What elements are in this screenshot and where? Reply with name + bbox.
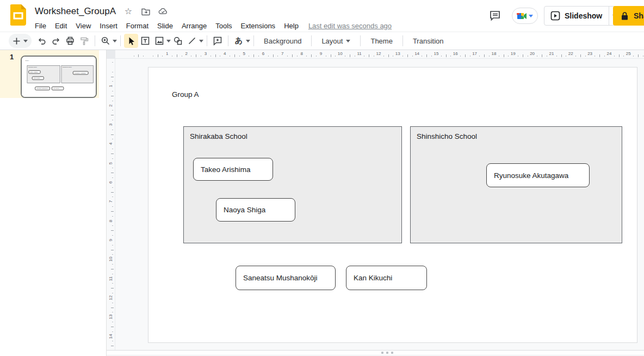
slide-page[interactable]: Group A Shirakaba School Shinshicho Scho… <box>22 57 96 97</box>
plus-icon <box>13 37 21 45</box>
slide-number: 1 <box>10 53 14 61</box>
menu-arrange[interactable]: Arrange <box>177 21 211 31</box>
app-header: Worksheet_GroupA ☆ File Edit View Insert… <box>0 0 644 32</box>
share-button[interactable]: Share <box>613 6 644 26</box>
zoom-icon <box>101 36 110 46</box>
insert-shape-button[interactable] <box>171 34 185 48</box>
redo-button[interactable] <box>49 34 63 48</box>
menu-help[interactable]: Help <box>280 21 303 31</box>
group-box-label: Shirakaba School <box>28 66 37 67</box>
horizontal-ruler: 1234567891011121314151617181920212223242… <box>107 50 644 59</box>
group-box-shirakaba[interactable]: Shirakaba School <box>27 65 60 83</box>
toolbar: あ Background Layout Theme Transition <box>0 32 644 50</box>
notes-resize-handle[interactable] <box>381 352 393 354</box>
menu-file[interactable]: File <box>30 21 51 31</box>
slide-canvas: 1234567891011121314151617181920212223242… <box>107 50 644 356</box>
undo-button[interactable] <box>35 34 49 48</box>
zoom-caret-icon[interactable] <box>113 40 117 42</box>
comment-history-icon[interactable] <box>489 10 501 22</box>
star-icon[interactable]: ☆ <box>123 7 133 16</box>
group-box-label: Shinshicho School <box>417 132 477 140</box>
member-box-ryunosuke-akutagawa[interactable]: Ryunosuke Akutagawa <box>486 163 590 187</box>
input-tools-caret-icon[interactable] <box>246 40 250 42</box>
member-box-takeo-arishima[interactable]: Takeo Arishima <box>193 158 273 181</box>
slides-logo[interactable] <box>10 4 26 26</box>
layout-button[interactable]: Layout <box>315 37 357 45</box>
member-box-kan-kikuchi[interactable]: Kan Kikuchi <box>346 266 427 290</box>
input-tools-button[interactable]: あ <box>232 34 250 48</box>
meet-button[interactable] <box>512 8 538 24</box>
member-box-naoya-shiga[interactable]: Naoya Shiga <box>32 76 44 79</box>
text-box-icon <box>140 36 150 46</box>
menu-format[interactable]: Format <box>122 21 153 31</box>
slideshow-button[interactable]: Slideshow <box>544 6 621 26</box>
menu-extensions[interactable]: Extensions <box>237 21 280 31</box>
insert-image-button[interactable] <box>152 34 171 48</box>
member-box-saneatsu-mushanokoji[interactable]: Saneatsu Mushanokōji <box>35 87 50 90</box>
cursor-icon <box>127 36 135 46</box>
share-label: Share <box>634 11 644 20</box>
slide-filmstrip: 1 Group A Shirakaba School Shinshicho Sc… <box>0 50 107 356</box>
slide-thumbnail-clip: Group A Shirakaba School Shinshicho Scho… <box>22 57 96 97</box>
menu-slide[interactable]: Slide <box>153 21 177 31</box>
add-comment-icon <box>213 36 222 46</box>
menu-edit[interactable]: Edit <box>51 21 71 31</box>
group-box-label: Shirakaba School <box>190 132 247 140</box>
vertical-ruler: 1234567891011121314 <box>107 50 115 350</box>
slide-title-text[interactable]: Group A <box>172 90 199 99</box>
paint-format-button[interactable] <box>77 34 91 48</box>
document-title[interactable]: Worksheet_GroupA <box>35 6 116 17</box>
move-folder-icon[interactable] <box>141 7 151 16</box>
member-box-ryunosuke-akutagawa[interactable]: Ryunosuke Akutagawa <box>73 71 89 75</box>
member-box-naoya-shiga[interactable]: Naoya Shiga <box>216 198 295 222</box>
layout-caret-icon <box>346 40 350 42</box>
insert-comment-button[interactable] <box>210 34 225 48</box>
cloud-saved-icon[interactable] <box>158 7 168 16</box>
group-box-shirakaba[interactable]: Shirakaba School <box>183 126 402 243</box>
transition-button[interactable]: Transition <box>406 37 450 45</box>
meet-camera-icon <box>517 11 528 21</box>
line-icon <box>187 36 197 46</box>
slide-page[interactable]: Group A Shirakaba School Shinshicho Scho… <box>148 67 637 343</box>
theme-button[interactable]: Theme <box>364 37 399 45</box>
lock-icon <box>621 11 629 21</box>
insert-line-button[interactable] <box>185 34 203 48</box>
group-box-label: Shinshicho School <box>63 66 72 67</box>
notes-splitter <box>107 350 644 355</box>
present-icon <box>550 11 560 21</box>
member-box-saneatsu-mushanokoji[interactable]: Saneatsu Mushanokōji <box>236 266 336 290</box>
print-button[interactable] <box>63 34 77 48</box>
select-tool-button[interactable] <box>124 34 138 48</box>
ruler-corner <box>107 50 115 59</box>
image-icon <box>154 36 164 46</box>
new-slide-caret-icon[interactable] <box>23 40 28 42</box>
member-box-kan-kikuchi[interactable]: Kan Kikuchi <box>52 87 64 90</box>
meet-caret-icon <box>529 15 533 17</box>
image-caret-icon[interactable] <box>166 40 171 42</box>
background-button[interactable]: Background <box>257 37 308 45</box>
menu-insert[interactable]: Insert <box>95 21 122 31</box>
new-slide-button[interactable] <box>9 34 32 48</box>
shape-icon <box>173 36 183 46</box>
slideshow-label: Slideshow <box>565 11 602 20</box>
input-tools-icon: あ <box>232 34 246 48</box>
zoom-button[interactable] <box>98 34 117 48</box>
slide-thumbnail[interactable]: Group A Shirakaba School Shinshicho Scho… <box>21 56 97 98</box>
menu-bar: File Edit View Insert Format Slide Arran… <box>30 20 392 32</box>
member-box-takeo-arishima[interactable]: Takeo Arishima <box>28 70 40 73</box>
text-box-button[interactable] <box>138 34 152 48</box>
line-caret-icon[interactable] <box>199 40 203 42</box>
last-edit-status[interactable]: Last edit was seconds ago <box>308 22 392 30</box>
menu-view[interactable]: View <box>71 21 95 31</box>
slide-title-text[interactable]: Group A <box>25 60 29 61</box>
menu-tools[interactable]: Tools <box>211 21 236 31</box>
